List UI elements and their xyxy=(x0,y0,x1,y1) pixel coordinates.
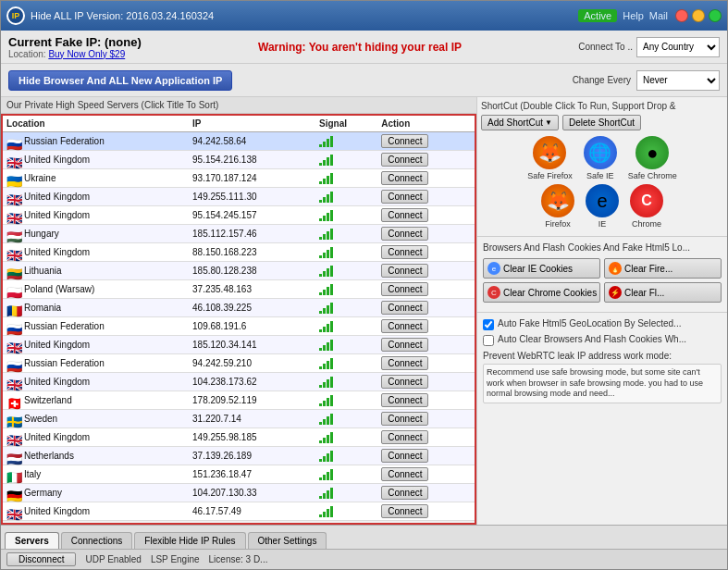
clear-ie-cookies-button[interactable]: e Clear IE Cookies xyxy=(483,258,600,279)
firefox-icon[interactable]: 🦊 Firefox xyxy=(541,184,574,229)
connect-button[interactable]: Connect xyxy=(381,412,428,426)
table-row[interactable]: 🇬🇧United Kingdom 46.17.57.49 Connect xyxy=(3,502,475,521)
table-row[interactable]: 🇬🇧United Kingdom 95.154.245.157 Connect xyxy=(3,206,475,225)
connect-button[interactable]: Connect xyxy=(381,338,428,352)
tab-servers[interactable]: Servers xyxy=(5,532,59,549)
cell-action: Connect xyxy=(377,391,475,410)
connect-button[interactable]: Connect xyxy=(381,134,428,148)
cell-ip: 104.238.173.62 xyxy=(189,373,315,391)
cell-location: 🇱🇹Lithuania xyxy=(3,262,189,280)
connect-button[interactable]: Connect xyxy=(381,245,428,259)
table-row[interactable]: 🇨🇭Switzerland 178.209.52.119 Connect xyxy=(3,391,475,410)
col-location[interactable]: Location xyxy=(3,116,189,132)
table-row[interactable]: 🇷🇺Russian Federation 94.242.59.210 Conne… xyxy=(3,354,475,373)
chrome-icon[interactable]: C Chrome xyxy=(630,184,663,229)
disconnect-button[interactable]: Disconnect xyxy=(6,552,76,566)
connect-button[interactable]: Connect xyxy=(381,301,428,315)
cell-location: 🇬🇧United Kingdom xyxy=(3,428,189,447)
clear-flash-button[interactable]: ⚡ Clear Fl... xyxy=(604,282,722,303)
connect-button[interactable]: Connect xyxy=(381,319,428,333)
safe-firefox-icon[interactable]: 🦊 Safe Firefox xyxy=(527,136,573,180)
clear-firefox-cookies-button[interactable]: 🔥 Clear Fire... xyxy=(604,258,722,279)
cell-signal xyxy=(315,336,377,354)
auto-clear-label: Auto Clear Browsers And Flash Cookies Wh… xyxy=(498,334,686,344)
connect-button[interactable]: Connect xyxy=(381,449,428,463)
col-action[interactable]: Action xyxy=(377,116,475,132)
cell-location: 🇭🇺Hungary xyxy=(3,225,189,243)
tab-other-settings[interactable]: Other Settings xyxy=(248,532,327,549)
safe-chrome-icon[interactable]: ● Safe Chrome xyxy=(628,136,677,180)
connect-button[interactable]: Connect xyxy=(381,467,428,481)
close-button[interactable] xyxy=(675,9,688,22)
titlebar-nav: Active Help Mail xyxy=(578,9,668,22)
auto-fake-html5-row: Auto Fake Html5 GeoLocation By Selected.… xyxy=(483,318,722,331)
connect-button[interactable]: Connect xyxy=(381,356,428,370)
fire-small-icon: 🔥 xyxy=(609,262,622,275)
options-section: Auto Fake Html5 GeoLocation By Selected.… xyxy=(477,313,727,525)
tab-flexible-hide[interactable]: Flexible Hide IP Rules xyxy=(134,532,245,549)
connect-button[interactable]: Connect xyxy=(381,227,428,241)
flag-icon: 🇩🇪 xyxy=(6,489,21,498)
connect-button[interactable]: Connect xyxy=(381,264,428,278)
connect-button[interactable]: Connect xyxy=(381,504,428,518)
flag-icon: 🇮🇹 xyxy=(6,470,21,479)
connect-button[interactable]: Connect xyxy=(381,375,428,389)
table-row[interactable]: 🇬🇧United Kingdom 149.255.111.30 Connect xyxy=(3,188,475,206)
server-table-container[interactable]: Location IP Signal Action 🇷🇺Russian Fede… xyxy=(1,114,476,525)
table-row[interactable]: 🇬🇧United Kingdom 149.255.98.185 Connect xyxy=(3,428,475,447)
connect-button[interactable]: Connect xyxy=(381,190,428,204)
table-row[interactable]: 🇬🇧United Kingdom 104.238.173.62 Connect xyxy=(3,373,475,391)
statusbar: Disconnect UDP Enabled LSP Engine Licens… xyxy=(1,549,727,569)
table-row[interactable]: 🇷🇺Russian Federation 109.68.191.6 Connec… xyxy=(3,317,475,336)
help-link[interactable]: Help xyxy=(623,10,644,21)
connect-button[interactable]: Connect xyxy=(381,171,428,185)
ie-icon[interactable]: e IE xyxy=(586,184,619,229)
table-row[interactable]: 🇷🇴Romania 46.108.39.225 Connect xyxy=(3,299,475,317)
connect-button[interactable]: Connect xyxy=(381,393,428,407)
auto-fake-html5-checkbox[interactable] xyxy=(483,319,494,330)
hide-browser-button[interactable]: Hide Browser And ALL New Application IP xyxy=(8,70,232,91)
cell-ip: 46.17.57.49 xyxy=(189,502,315,521)
cell-action: Connect xyxy=(377,410,475,428)
connect-button[interactable]: Connect xyxy=(381,430,428,444)
table-row[interactable]: 🇬🇧United Kingdom 95.154.216.138 Connect xyxy=(3,151,475,169)
table-row[interactable]: 🇷🇺Russian Federation 94.242.58.64 Connec… xyxy=(3,132,475,151)
country-select[interactable]: Any Country xyxy=(636,37,720,57)
table-row[interactable]: 🇩🇪Germany 104.207.130.33 Connect xyxy=(3,484,475,502)
table-row[interactable]: 🇵🇱Poland (Warsaw) 37.235.48.163 Connect xyxy=(3,280,475,299)
connect-button[interactable]: Connect xyxy=(381,208,428,222)
tab-connections[interactable]: Connections xyxy=(61,532,133,549)
minimize-button[interactable] xyxy=(692,9,705,22)
table-row[interactable]: 🇸🇪Sweden 31.220.7.14 Connect xyxy=(3,410,475,428)
table-row[interactable]: 🇮🇹Italy 151.236.18.47 Connect xyxy=(3,465,475,484)
cell-action: Connect xyxy=(377,151,475,169)
connect-button[interactable]: Connect xyxy=(381,486,428,500)
safe-ie-icon[interactable]: 🌐 Safe IE xyxy=(584,136,617,180)
cell-action: Connect xyxy=(377,317,475,336)
table-row[interactable]: 🇭🇺Hungary 185.112.157.46 Connect xyxy=(3,225,475,243)
table-row[interactable]: 🇬🇧United Kingdom 88.150.168.223 Connect xyxy=(3,243,475,262)
cell-ip: 178.209.52.119 xyxy=(189,391,315,410)
table-row[interactable]: 🇳🇱Netherlands 37.139.26.189 Connect xyxy=(3,447,475,465)
table-row[interactable]: 🇺🇦Ukraine 93.170.187.124 Connect xyxy=(3,169,475,188)
connect-button[interactable]: Connect xyxy=(381,282,428,296)
connect-button[interactable]: Connect xyxy=(381,153,428,167)
clear-chrome-cookies-button[interactable]: C Clear Chrome Cookies xyxy=(483,282,600,303)
table-row[interactable]: 🇬🇧United Kingdom 185.120.34.141 Connect xyxy=(3,336,475,354)
auto-clear-checkbox[interactable] xyxy=(483,335,494,346)
cell-ip: 149.255.98.185 xyxy=(189,428,315,447)
mail-link[interactable]: Mail xyxy=(649,10,668,21)
buy-link[interactable]: Buy Now Only $29 xyxy=(48,49,125,59)
col-signal[interactable]: Signal xyxy=(315,116,377,132)
flag-icon: 🇵🇱 xyxy=(6,285,21,294)
delete-shortcut-button[interactable]: Delete ShortCut xyxy=(562,115,641,130)
cell-ip: 149.255.111.30 xyxy=(189,188,315,206)
change-every-select[interactable]: Never xyxy=(636,70,720,91)
add-shortcut-button[interactable]: Add ShortCut ▼ xyxy=(481,115,559,130)
table-row[interactable]: 🇱🇹Lithuania 185.80.128.238 Connect xyxy=(3,262,475,280)
cell-location: 🇬🇧United Kingdom xyxy=(3,336,189,354)
maximize-button[interactable] xyxy=(709,9,722,22)
col-ip[interactable]: IP xyxy=(189,116,315,132)
cell-signal xyxy=(315,299,377,317)
flag-icon: 🇺🇦 xyxy=(6,174,21,183)
